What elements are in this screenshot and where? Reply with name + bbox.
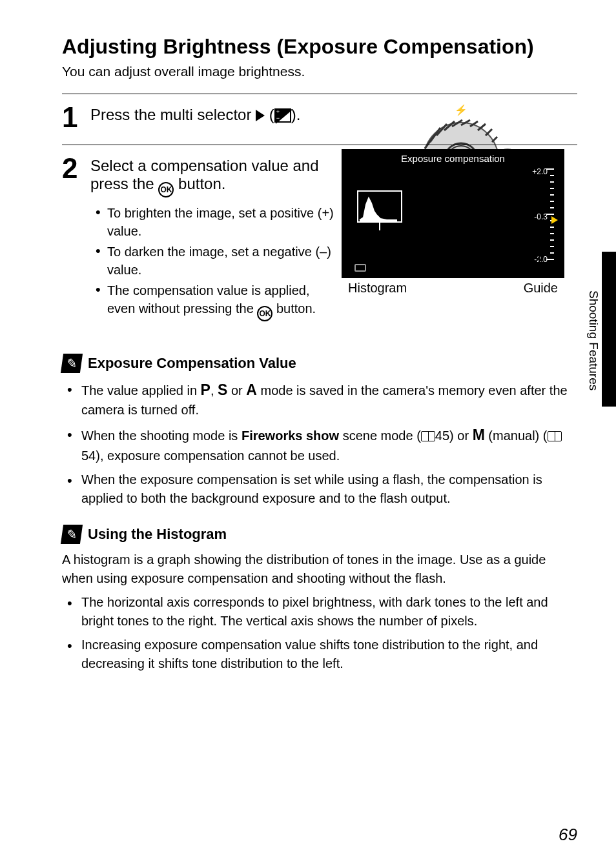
note-1-title: Exposure Compensation Value (88, 355, 296, 372)
note-2-header: ✎ Using the Histogram (62, 525, 577, 544)
n1i2-ref1: 45) or (435, 429, 473, 443)
n1i2-ref2: 54), exposure compensation cannot be use… (81, 449, 340, 463)
bullet-3-post: button. (272, 301, 316, 316)
lcd-battery-icon (354, 264, 366, 272)
step-2-bullet-3: The compensation value is applied, even … (90, 281, 336, 321)
mode-p: P (201, 381, 210, 398)
pencil-icon: ✎ (61, 354, 83, 373)
step-2-number: 2 (62, 154, 90, 324)
note-2-para: A histogram is a graph showing the distr… (62, 550, 577, 588)
lcd-marker-icon (551, 216, 558, 224)
book-icon-2 (548, 431, 562, 441)
lcd-title: Exposure compensation (342, 153, 564, 164)
pencil-icon-2: ✎ (61, 525, 83, 544)
note-2-title: Using the Histogram (88, 526, 227, 543)
n1i2-manual: (manual) ( (485, 429, 548, 443)
n1i1-pre: The value applied in (81, 383, 201, 398)
step-1-text-pre: Press the multi selector (90, 106, 256, 123)
side-section-label: Shooting Features (586, 290, 601, 390)
lcd-histogram-box (357, 190, 402, 223)
fireworks-show: Fireworks show (241, 429, 339, 443)
step-2-bullets: To brighten the image, set a positive (+… (90, 204, 336, 321)
n1i2-scene: scene mode ( (339, 429, 421, 443)
step-2-instruction: Select a compensation value and press th… (90, 157, 336, 197)
note-1-item-1: The value applied in P, S or A mode is s… (62, 379, 577, 419)
right-arrow-icon (256, 110, 265, 121)
step-1-number: 1 (62, 103, 90, 132)
book-icon-1 (421, 431, 435, 441)
note-1-item-3: When the exposure compensation is set wh… (62, 470, 577, 508)
step-2-text-post: button. (174, 175, 225, 192)
note-1-header: ✎ Exposure Compensation Value (62, 354, 577, 373)
step-2: 2 Select a compensation value and press … (62, 145, 577, 324)
lcd-val-top: +2.0 (532, 167, 548, 176)
svg-marker-29 (360, 198, 397, 221)
mode-m: M (473, 427, 485, 443)
step-1-text-post: . (296, 106, 301, 123)
page-number: 69 (559, 825, 577, 845)
ok-button-icon-small: OK (257, 306, 272, 321)
note-2-item-1: The horizontal axis corresponds to pixel… (62, 593, 577, 631)
step-2-bullet-1: To brighten the image, set a positive (+… (90, 204, 336, 240)
step-1: 1 Press the multi selector (). (62, 94, 577, 132)
lcd-bottom-labels: Histogram Guide (342, 281, 564, 296)
histogram-callout-line (379, 230, 380, 276)
note-2-list: The horizontal axis corresponds to pixel… (62, 593, 577, 673)
ok-button-icon: OK (158, 182, 174, 197)
exposure-comp-icon (274, 108, 291, 123)
note-1-list: The value applied in P, S or A mode is s… (62, 379, 577, 508)
guide-callout-line (539, 252, 540, 276)
svg-text:⚡: ⚡ (455, 104, 467, 116)
mode-a: A (246, 381, 257, 398)
page-title: Adjusting Brightness (Exposure Compensat… (62, 35, 577, 59)
n1i2-pre: When the shooting mode is (81, 429, 241, 443)
intro-text: You can adjust overall image brightness. (62, 64, 577, 79)
label-histogram: Histogram (348, 281, 407, 296)
lcd-screen: Exposure compensation (342, 149, 564, 278)
step-2-bullet-2: To darken the image, set a negative (–) … (90, 243, 336, 279)
lcd-preview: Exposure compensation (342, 149, 564, 296)
mode-s: S (218, 381, 227, 398)
lcd-val-mid: -0.3 (534, 212, 548, 221)
label-guide: Guide (524, 281, 558, 296)
side-tab (602, 252, 616, 407)
note-2-item-2: Increasing exposure compensation value s… (62, 636, 577, 673)
lcd-val-bot: -2.0 (534, 255, 548, 264)
note-1-item-2: When the shooting mode is Fireworks show… (62, 425, 577, 465)
